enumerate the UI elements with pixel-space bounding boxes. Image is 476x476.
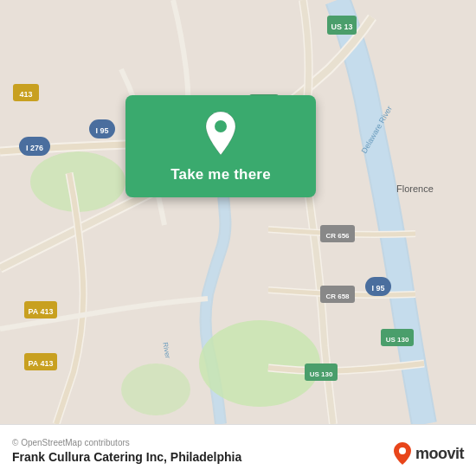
svg-text:PA 413: PA 413 xyxy=(28,307,53,316)
svg-text:US 13: US 13 xyxy=(331,23,352,31)
take-me-there-button[interactable]: Take me there xyxy=(167,164,274,185)
svg-text:CR 658: CR 658 xyxy=(325,293,350,300)
svg-text:Florence: Florence xyxy=(396,183,434,194)
moovit-pin-icon xyxy=(393,441,412,466)
svg-text:413: 413 xyxy=(19,90,32,99)
moovit-logo: moovit xyxy=(393,441,464,466)
svg-text:PA 413: PA 413 xyxy=(28,359,53,368)
moovit-brand-text: moovit xyxy=(415,445,464,463)
svg-point-3 xyxy=(121,363,190,415)
svg-text:I 276: I 276 xyxy=(26,144,43,152)
location-card: Take me there xyxy=(125,95,316,197)
bottom-bar: © OpenStreetMap contributors Frank Cullu… xyxy=(0,424,476,476)
svg-text:US 130: US 130 xyxy=(310,370,333,378)
svg-text:CR 656: CR 656 xyxy=(325,232,350,240)
map-svg: US 13 US 13 I 95 I 95 I 276 413 PA 413 P… xyxy=(0,0,476,424)
svg-point-32 xyxy=(399,447,406,454)
location-pin-icon xyxy=(202,110,240,157)
svg-text:I 95: I 95 xyxy=(371,284,384,293)
map-container: US 13 US 13 I 95 I 95 I 276 413 PA 413 P… xyxy=(0,0,476,424)
svg-point-31 xyxy=(215,120,227,132)
svg-text:I 95: I 95 xyxy=(95,126,108,135)
pin-icon-wrapper xyxy=(198,111,243,156)
svg-point-2 xyxy=(199,320,320,407)
svg-text:US 130: US 130 xyxy=(386,336,409,344)
